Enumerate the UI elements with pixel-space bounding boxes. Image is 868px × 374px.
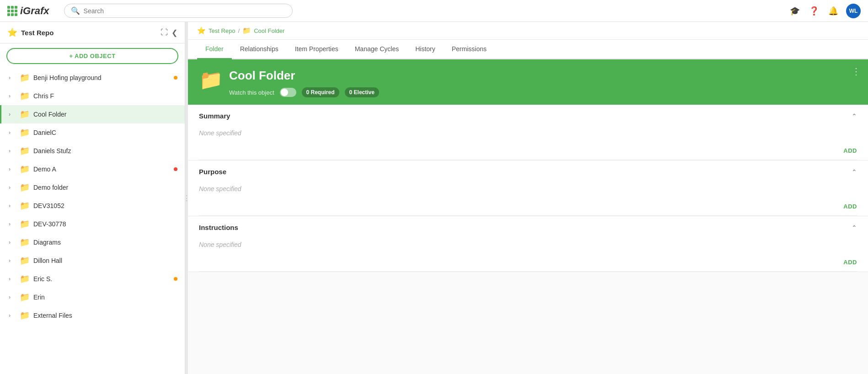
add-link-purpose[interactable]: ADD — [843, 203, 857, 210]
section-header-purpose[interactable]: Purpose ⌃ — [188, 160, 868, 183]
folder-icon: 📁 — [20, 237, 30, 247]
section-divider-instructions — [199, 271, 857, 272]
section-header-summary[interactable]: Summary ⌃ — [188, 105, 868, 127]
folder-icon: 📁 — [20, 201, 30, 211]
sidebar-item-demoa[interactable]: › 📁 Demo A — [0, 160, 185, 178]
item-label: DEV31052 — [33, 202, 177, 209]
item-label: External Files — [33, 312, 177, 319]
app-logo[interactable]: iGrafx — [7, 5, 49, 17]
search-input[interactable] — [84, 7, 286, 15]
repo-icon: ⭐ — [7, 27, 17, 37]
section-chevron-summary: ⌃ — [852, 112, 857, 120]
expand-icon[interactable]: ⛶ — [161, 28, 168, 37]
graduation-cap-icon[interactable]: 🎓 — [788, 5, 801, 17]
section-title-purpose: Purpose — [199, 168, 226, 176]
add-object-label: + ADD OBJECT — [69, 53, 115, 59]
chevron-icon: › — [9, 276, 15, 282]
status-dot — [174, 76, 177, 80]
banner-meta: Watch this object 0 Required 0 Elective — [229, 87, 857, 97]
sidebar-item-demofolder[interactable]: › 📁 Demo folder — [0, 178, 185, 197]
folder-icon: 📁 — [20, 292, 30, 302]
nav-icons: 🎓 ❓ 🔔 WL — [788, 4, 861, 18]
watch-toggle[interactable] — [280, 88, 296, 97]
help-icon[interactable]: ❓ — [808, 5, 820, 17]
item-label: Erin — [33, 294, 177, 301]
sidebar-item-dillonhall[interactable]: › 📁 Dillon Hall — [0, 251, 185, 270]
section-summary: Summary ⌃ None specified ADD — [188, 105, 868, 160]
chevron-icon: › — [9, 75, 15, 81]
sidebar: ⭐ Test Repo ⛶ ❮ + ADD OBJECT › 📁 Benji H… — [0, 22, 185, 374]
sidebar-item-externalfiles[interactable]: › 📁 External Files — [0, 306, 185, 325]
item-label: Chris F — [33, 92, 177, 100]
tab-permissions[interactable]: Permissions — [444, 40, 495, 59]
sidebar-item-danielsstufz[interactable]: › 📁 Daniels Stufz — [0, 142, 185, 160]
sidebar-header: ⭐ Test Repo ⛶ ❮ — [0, 22, 185, 43]
section-divider-purpose — [199, 215, 857, 216]
chevron-icon: › — [9, 93, 15, 99]
breadcrumb-current[interactable]: Cool Folder — [254, 27, 284, 34]
add-link-instructions[interactable]: ADD — [843, 259, 857, 266]
sidebar-item-coolfolder[interactable]: › 📁 Cool Folder — [0, 105, 185, 123]
item-label: Eric S. — [33, 275, 170, 283]
breadcrumb: ⭐ Test Repo / 📁 Cool Folder — [188, 22, 868, 40]
add-link-summary[interactable]: ADD — [843, 147, 857, 154]
chevron-icon: › — [9, 203, 15, 209]
item-label: DanielC — [33, 129, 177, 136]
section-add-purpose: ADD — [188, 200, 868, 215]
item-label: Diagrams — [33, 239, 177, 246]
tab-history[interactable]: History — [407, 40, 444, 59]
folder-icon: 📁 — [20, 256, 30, 266]
section-add-instructions: ADD — [188, 256, 868, 271]
tab-relationships[interactable]: Relationships — [232, 40, 287, 59]
chevron-icon: › — [9, 294, 15, 300]
chevron-icon: › — [9, 148, 15, 154]
sidebar-item-erin[interactable]: › 📁 Erin — [0, 288, 185, 306]
chevron-icon: › — [9, 312, 15, 319]
breadcrumb-folder-icon: 📁 — [242, 27, 251, 35]
chevron-icon: › — [9, 166, 15, 172]
collapse-icon[interactable]: ❮ — [171, 28, 177, 37]
folder-icon: 📁 — [20, 182, 30, 192]
chevron-icon: › — [9, 221, 15, 227]
chevron-icon: › — [9, 111, 15, 118]
sidebar-item-diagrams[interactable]: › 📁 Diagrams — [0, 233, 185, 251]
breadcrumb-repo-icon: ⭐ — [197, 27, 206, 35]
sidebar-header-actions: ⛶ ❮ — [161, 28, 177, 37]
sidebar-item-erics[interactable]: › 📁 Eric S. — [0, 270, 185, 288]
sidebar-item-chrisf[interactable]: › 📁 Chris F — [0, 87, 185, 105]
chevron-icon: › — [9, 257, 15, 264]
sections-container: Summary ⌃ None specified ADD Purpose ⌃ N… — [188, 105, 868, 272]
sidebar-item-dev30778[interactable]: › 📁 DEV-30778 — [0, 215, 185, 233]
user-avatar[interactable]: WL — [846, 4, 861, 18]
breadcrumb-repo[interactable]: Test Repo — [209, 27, 236, 34]
notifications-icon[interactable]: 🔔 — [827, 5, 840, 17]
add-object-button[interactable]: + ADD OBJECT — [6, 48, 178, 64]
sidebar-item-dev31052[interactable]: › 📁 DEV31052 — [0, 197, 185, 215]
tab-manage-cycles[interactable]: Manage Cycles — [347, 40, 407, 59]
search-bar[interactable]: 🔍 — [64, 4, 293, 18]
more-options-icon[interactable]: ⋮ — [852, 66, 861, 77]
section-none-instructions: None specified — [199, 241, 241, 248]
section-content-instructions: None specified — [188, 239, 868, 256]
sidebar-repo-name: Test Repo — [21, 29, 157, 37]
chevron-icon: › — [9, 184, 15, 191]
section-divider-summary — [199, 160, 857, 160]
folder-icon: 📁 — [20, 310, 30, 321]
object-banner: 📁 Cool Folder Watch this object 0 Requir… — [188, 59, 868, 105]
item-label: Cool Folder — [33, 111, 177, 118]
sidebar-item-benji[interactable]: › 📁 Benji Hofing playground — [0, 69, 185, 87]
folder-icon: 📁 — [20, 146, 30, 156]
required-badge[interactable]: 0 Required — [302, 87, 339, 97]
tab-folder[interactable]: Folder — [197, 40, 232, 59]
section-header-instructions[interactable]: Instructions ⌃ — [188, 216, 868, 239]
sidebar-item-danielc[interactable]: › 📁 DanielC — [0, 123, 185, 142]
tab-item-properties[interactable]: Item Properties — [287, 40, 347, 59]
logo-grid-icon — [7, 6, 17, 16]
section-title-instructions: Instructions — [199, 224, 238, 231]
item-label: DEV-30778 — [33, 220, 177, 228]
content-area: ⭐ Test Repo / 📁 Cool Folder FolderRelati… — [188, 22, 868, 374]
elective-badge[interactable]: 0 Elective — [345, 87, 379, 97]
section-title-summary: Summary — [199, 112, 230, 120]
folder-icon: 📁 — [20, 274, 30, 284]
item-label: Demo A — [33, 166, 170, 173]
